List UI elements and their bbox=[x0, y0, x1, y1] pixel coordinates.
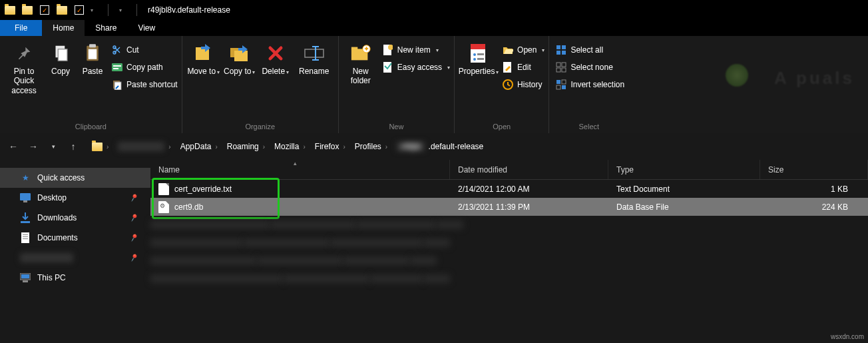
open-button[interactable]: Open▾ bbox=[503, 43, 544, 57]
properties-button[interactable]: Properties▾ bbox=[459, 39, 499, 76]
properties-label: Properties bbox=[459, 67, 495, 76]
svg-text:✦: ✦ bbox=[363, 45, 369, 53]
file-name: cert_override.txt bbox=[174, 184, 232, 194]
cut-button[interactable]: Cut bbox=[112, 43, 178, 57]
svg-rect-46 bbox=[562, 85, 566, 89]
select-none-button[interactable]: Select none bbox=[556, 60, 624, 75]
new-folder-button[interactable]: ✦ New folder bbox=[343, 39, 379, 86]
select-all-icon bbox=[556, 45, 566, 55]
rename-label: Rename bbox=[299, 67, 329, 76]
sidebar-item-quick-access[interactable]: ★ Quick access bbox=[0, 168, 150, 188]
properties-check-icon[interactable]: ✓ bbox=[39, 4, 51, 16]
sidebar-item-this-pc[interactable]: This PC bbox=[0, 268, 150, 288]
new-folder-label: New folder bbox=[343, 67, 379, 86]
file-row[interactable]: cert_override.txt 2/14/2021 12:00 AM Tex… bbox=[150, 180, 868, 198]
tab-file[interactable]: File bbox=[0, 20, 42, 36]
sidebar-item-downloads[interactable]: Downloads 📍 bbox=[0, 208, 150, 228]
recent-locations-button[interactable]: ▾ bbox=[45, 139, 61, 155]
history-button[interactable]: History bbox=[503, 77, 544, 92]
file-row[interactable]: cert9.db 2/13/2021 11:39 PM Data Base Fi… bbox=[150, 198, 868, 216]
column-header-type[interactable]: Type bbox=[608, 160, 760, 179]
tab-home[interactable]: Home bbox=[42, 20, 85, 36]
download-icon bbox=[20, 212, 31, 223]
move-to-button[interactable]: Move to▾ bbox=[186, 39, 221, 76]
qat-dropdown-icon[interactable]: ▾ bbox=[91, 7, 97, 13]
svg-rect-56 bbox=[23, 280, 28, 282]
paste-shortcut-label: Paste shortcut bbox=[126, 80, 178, 89]
ribbon-min-icon[interactable]: ▾ bbox=[119, 7, 126, 13]
forward-button[interactable]: → bbox=[25, 139, 41, 155]
new-item-button[interactable]: New item▾ bbox=[383, 43, 450, 57]
breadcrumb-item[interactable]: AppData› bbox=[176, 137, 222, 156]
shortcut-icon bbox=[112, 79, 122, 90]
breadcrumb-item[interactable]: Profiles› bbox=[351, 137, 391, 156]
sidebar-item-documents[interactable]: Documents 📍 bbox=[0, 228, 150, 248]
sidebar-item-label: Downloads bbox=[37, 213, 77, 222]
pin-icon bbox=[13, 43, 35, 64]
window-title: r49jbl8v.default-release bbox=[148, 5, 230, 15]
watermark: wsxdn.com bbox=[831, 333, 864, 340]
folder-icon[interactable] bbox=[21, 4, 33, 16]
rename-button[interactable]: Rename bbox=[294, 39, 334, 76]
up-button[interactable]: ↑ bbox=[65, 139, 81, 155]
select-all-button[interactable]: Select all bbox=[556, 43, 624, 57]
column-header-size[interactable]: Size bbox=[760, 160, 868, 179]
address-bar[interactable]: › › AppData› Roaming› Mozilla› Firefox› … bbox=[85, 137, 863, 156]
sidebar-item-blurred[interactable]: 📍 bbox=[0, 248, 150, 268]
chevron-down-icon: ▾ bbox=[447, 65, 450, 71]
copy-to-button[interactable]: Copy to▾ bbox=[222, 39, 257, 76]
file-type: Data Base File bbox=[608, 202, 760, 212]
svg-rect-41 bbox=[556, 68, 560, 72]
navigation-pane: ★ Quick access Desktop 📍 Downloads 📍 Doc… bbox=[0, 160, 150, 343]
pin-icon: 📍 bbox=[128, 232, 140, 244]
text-file-icon bbox=[158, 183, 169, 195]
select-none-icon bbox=[556, 62, 566, 73]
chevron-down-icon: ▾ bbox=[252, 69, 255, 75]
easy-access-button[interactable]: Easy access▾ bbox=[383, 60, 450, 75]
breadcrumb-root-icon[interactable]: › bbox=[88, 137, 112, 156]
svg-rect-51 bbox=[23, 234, 28, 235]
copy-button[interactable]: Copy bbox=[45, 39, 76, 76]
column-header-name[interactable]: Name bbox=[150, 160, 450, 179]
svg-rect-55 bbox=[21, 274, 29, 278]
tab-view[interactable]: View bbox=[127, 20, 166, 36]
breadcrumb-item[interactable]: Roaming› bbox=[223, 137, 269, 156]
edit-button[interactable]: Edit bbox=[503, 60, 544, 75]
ribbon-group-new: ✦ New folder New item▾ Easy access▾ New bbox=[339, 36, 455, 133]
svg-rect-36 bbox=[562, 45, 566, 49]
column-header-date[interactable]: Date modified bbox=[450, 160, 608, 179]
move-to-icon bbox=[193, 43, 214, 64]
sidebar-item-desktop[interactable]: Desktop 📍 bbox=[0, 188, 150, 208]
breadcrumb-item[interactable]: Mozilla› bbox=[270, 137, 310, 156]
paste-button[interactable]: Paste bbox=[77, 39, 108, 76]
folder-icon[interactable] bbox=[56, 4, 68, 16]
chevron-right-icon: › bbox=[215, 143, 217, 151]
document-icon bbox=[20, 232, 31, 243]
paste-shortcut-button[interactable]: Paste shortcut bbox=[112, 77, 178, 92]
copy-path-button[interactable]: Copy path bbox=[112, 60, 178, 75]
quick-access-toolbar: ✓ ✓ ▾ ▾ r49jbl8v.default-release bbox=[0, 4, 230, 16]
back-button[interactable]: ← bbox=[5, 139, 21, 155]
breadcrumb-item[interactable]: Firefox› bbox=[311, 137, 349, 156]
rename-icon bbox=[304, 43, 325, 64]
pin-to-quick-access-button[interactable]: Pin to Quick access bbox=[4, 39, 44, 95]
invert-selection-button[interactable]: Invert selection bbox=[556, 77, 624, 92]
file-type: Text Document bbox=[608, 184, 760, 194]
sidebar-item-label: Desktop bbox=[37, 193, 67, 202]
svg-point-29 bbox=[473, 53, 476, 56]
folder-icon[interactable] bbox=[4, 4, 16, 16]
group-label-open: Open bbox=[459, 120, 544, 133]
breadcrumb-item[interactable]: › bbox=[114, 137, 174, 156]
svg-rect-18 bbox=[312, 46, 319, 47]
delete-button[interactable]: Delete▾ bbox=[258, 39, 293, 76]
tab-share[interactable]: Share bbox=[85, 20, 127, 36]
group-label-select: Select bbox=[553, 120, 624, 133]
pin-icon: 📍 bbox=[128, 192, 140, 204]
chevron-down-icon: ▾ bbox=[286, 69, 289, 75]
breadcrumb-item[interactable]: r49jbl.default-release bbox=[393, 137, 487, 156]
chevron-right-icon: › bbox=[168, 143, 170, 151]
checkbox-icon[interactable]: ✓ bbox=[73, 4, 85, 16]
file-size: 224 KB bbox=[760, 202, 868, 212]
open-label: Open bbox=[517, 45, 537, 55]
history-label: History bbox=[517, 80, 542, 89]
